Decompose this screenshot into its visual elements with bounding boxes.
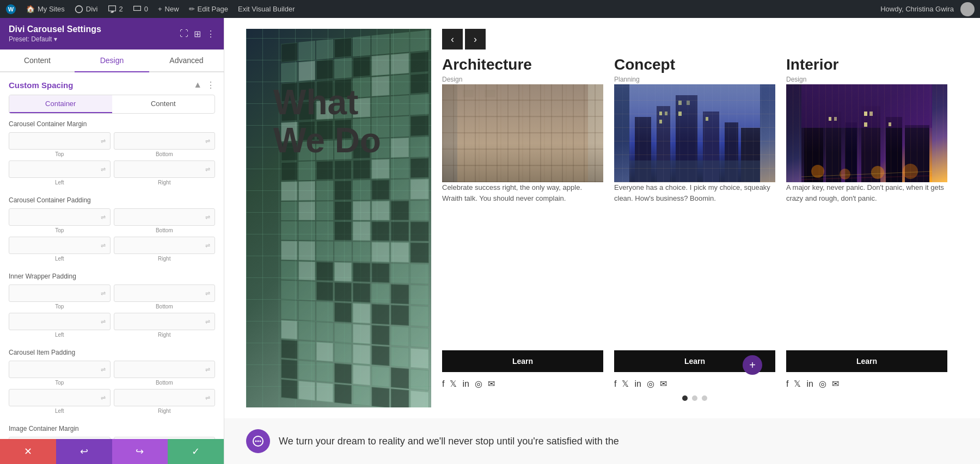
card-architecture: Architecture Design <box>442 56 603 389</box>
svg-rect-38 <box>804 128 823 182</box>
plus-icon: + <box>158 5 162 13</box>
section-more-icon[interactable]: ⋮ <box>206 80 215 90</box>
email-icon-2[interactable]: ✉ <box>832 379 839 389</box>
linkedin-icon-2[interactable]: in <box>806 379 813 389</box>
card-social-0: f 𝕏 in ◎ ✉ <box>442 379 603 389</box>
left-panel: Divi Carousel Settings Preset: Default ▾… <box>0 18 224 464</box>
svg-point-60 <box>260 441 261 442</box>
card-category-0: Design <box>442 76 603 83</box>
divi-item[interactable]: Divi <box>75 5 98 14</box>
inner-left-input[interactable]: ⇌ <box>9 313 111 330</box>
svg-point-46 <box>871 166 884 179</box>
next-arrow[interactable]: › <box>465 29 486 50</box>
linkedin-icon-1[interactable]: in <box>634 379 641 389</box>
svg-rect-21 <box>485 155 495 163</box>
padding-right-input[interactable]: ⇌ <box>114 237 216 254</box>
item-top-input[interactable]: ⇌ <box>9 361 111 378</box>
divi-label: Divi <box>86 5 98 13</box>
speech-item[interactable]: 0 <box>133 5 148 14</box>
card-category-1: Planning <box>614 76 775 83</box>
panel-preset[interactable]: Preset: Default ▾ <box>9 35 101 43</box>
tab-design[interactable]: Design <box>75 50 149 72</box>
cards-area: ‹ › Architecture Design <box>431 29 958 407</box>
edit-page-item[interactable]: ✏ Edit Page <box>189 5 228 13</box>
linkedin-icon-0[interactable]: in <box>462 379 469 389</box>
instagram-icon-2[interactable]: ◎ <box>819 379 826 389</box>
margin-top-input[interactable]: ⇌ <box>9 132 111 150</box>
exit-visual-builder-label: Exit Visual Builder <box>238 5 295 13</box>
save-button[interactable]: ✓ <box>168 439 224 464</box>
twitter-icon-1[interactable]: 𝕏 <box>622 379 629 389</box>
chat-bubble-icon[interactable] <box>246 429 270 453</box>
margin-bottom-wrapper: ⇌ Bottom <box>114 132 216 157</box>
padding-bottom-input[interactable]: ⇌ <box>114 208 216 226</box>
facebook-icon-0[interactable]: f <box>442 379 444 389</box>
facebook-icon-1[interactable]: f <box>614 379 616 389</box>
svg-point-59 <box>258 441 259 442</box>
card-social-1: f 𝕏 in ◎ ✉ <box>614 379 775 389</box>
svg-rect-31 <box>659 120 662 123</box>
svg-rect-49 <box>829 117 831 121</box>
email-icon-1[interactable]: ✉ <box>660 379 667 389</box>
pagination-dots <box>442 389 947 407</box>
twitter-icon-2[interactable]: 𝕏 <box>794 379 801 389</box>
carousel-container-margin-label: Carousel Container Margin <box>9 120 215 128</box>
inner-right-label: Right <box>158 332 170 338</box>
card-desc-1: Everyone has a choice. I pick my choice,… <box>614 182 775 344</box>
inner-top-input[interactable]: ⇌ <box>9 284 111 302</box>
svg-rect-40 <box>845 122 857 182</box>
dot-2[interactable] <box>692 395 697 401</box>
exit-builder-item[interactable]: Exit Visual Builder <box>238 5 295 13</box>
prev-arrow[interactable]: ‹ <box>442 29 463 50</box>
instagram-icon-0[interactable]: ◎ <box>475 379 482 389</box>
padding-bottom-label: Bottom <box>156 227 173 233</box>
add-element-button[interactable]: + <box>743 355 762 375</box>
margin-top-label: Top <box>55 151 64 157</box>
layout-icon[interactable]: ⊞ <box>194 29 201 39</box>
fullscreen-icon[interactable]: ⛶ <box>180 29 188 39</box>
margin-right-input[interactable]: ⇌ <box>114 160 216 178</box>
main-layout: Divi Carousel Settings Preset: Default ▾… <box>0 18 980 464</box>
more-icon[interactable]: ⋮ <box>206 29 215 39</box>
undo-button[interactable]: ↩ <box>56 439 112 464</box>
tab-advanced[interactable]: Advanced <box>149 50 224 72</box>
my-sites-item[interactable]: 🏠 My Sites <box>26 5 65 13</box>
sub-tab-content[interactable]: Content <box>112 95 215 113</box>
margin-left-input[interactable]: ⇌ <box>9 160 111 178</box>
email-icon-0[interactable]: ✉ <box>488 379 495 389</box>
new-item[interactable]: + New <box>158 5 179 13</box>
instagram-icon-1[interactable]: ◎ <box>647 379 654 389</box>
wp-logo-item[interactable]: W <box>5 4 16 15</box>
redo-button[interactable]: ↪ <box>112 439 168 464</box>
item-right-input[interactable]: ⇌ <box>114 389 216 406</box>
facebook-icon-2[interactable]: f <box>786 379 788 389</box>
svg-point-2 <box>75 5 82 13</box>
padding-top-input[interactable]: ⇌ <box>9 208 111 226</box>
inner-right-input[interactable]: ⇌ <box>114 313 216 330</box>
wp-admin-bar: W 🏠 My Sites Divi 2 0 + New ✏ Edit Page … <box>0 0 980 18</box>
inner-bottom-input[interactable]: ⇌ <box>114 284 216 302</box>
tab-content[interactable]: Content <box>0 50 75 72</box>
card-learn-btn-2[interactable]: Learn <box>786 350 947 372</box>
sub-tabs: Container Content <box>9 95 215 114</box>
sub-tab-container[interactable]: Container <box>9 95 112 113</box>
wp-logo-icon: W <box>5 4 16 15</box>
hero-line2: We Do <box>273 121 381 159</box>
collapse-icon[interactable]: ▲ <box>193 80 202 90</box>
margin-bottom-input[interactable]: ⇌ <box>114 132 216 150</box>
image-container-margin-group: Image Container Margin ⇌ Top ⇌ Bottom ⇌ <box>9 425 215 439</box>
padding-left-input[interactable]: ⇌ <box>9 237 111 254</box>
comments-item[interactable]: 2 <box>108 5 123 14</box>
svg-rect-50 <box>834 117 837 121</box>
user-avatar[interactable] <box>960 2 975 16</box>
item-bottom-input[interactable]: ⇌ <box>114 361 216 378</box>
item-left-input[interactable]: ⇌ <box>9 389 111 406</box>
card-learn-btn-0[interactable]: Learn <box>442 350 603 372</box>
panel-title: Divi Carousel Settings <box>9 24 101 34</box>
dot-3[interactable] <box>702 395 707 401</box>
svg-rect-20 <box>463 139 474 146</box>
card-interior: Interior Design <box>786 56 947 389</box>
cancel-button[interactable]: ✕ <box>0 439 56 464</box>
twitter-icon-0[interactable]: 𝕏 <box>450 379 457 389</box>
dot-1[interactable] <box>682 395 688 401</box>
